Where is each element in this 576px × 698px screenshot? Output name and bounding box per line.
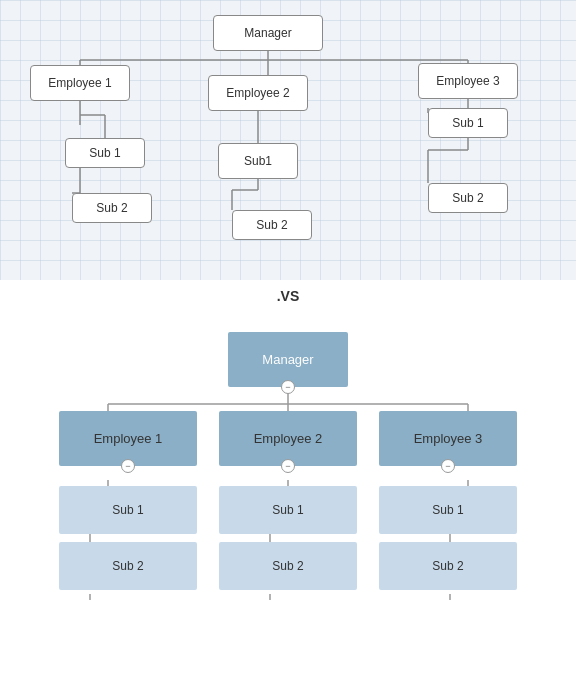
employee-1-subs: Sub 1 Sub 2 bbox=[59, 486, 197, 590]
top-e2-sub2: Sub 2 bbox=[232, 210, 312, 240]
manager-row: Manager − bbox=[0, 332, 576, 387]
employee-col-2: Employee 2 − Sub 1 Sub 2 bbox=[208, 411, 368, 590]
bottom-e2-sub1: Sub 1 bbox=[219, 486, 357, 534]
bottom-manager: Manager − bbox=[228, 332, 348, 387]
employee-2-subs: Sub 1 Sub 2 bbox=[219, 486, 357, 590]
bottom-employee-1: Employee 1 − bbox=[59, 411, 197, 466]
top-e2-sub1: Sub1 bbox=[218, 143, 298, 179]
bottom-e1-sub2: Sub 2 bbox=[59, 542, 197, 590]
employee-1-collapse-icon[interactable]: − bbox=[121, 459, 135, 473]
bottom-employee-2: Employee 2 − bbox=[219, 411, 357, 466]
bottom-e1-sub1: Sub 1 bbox=[59, 486, 197, 534]
bottom-e3-sub2: Sub 2 bbox=[379, 542, 517, 590]
top-employee-3: Employee 3 bbox=[418, 63, 518, 99]
top-e1-sub1: Sub 1 bbox=[65, 138, 145, 168]
top-e3-sub2: Sub 2 bbox=[428, 183, 508, 213]
employee-3-subs: Sub 1 Sub 2 bbox=[379, 486, 517, 590]
top-employee-2: Employee 2 bbox=[208, 75, 308, 111]
top-e1-sub2: Sub 2 bbox=[72, 193, 152, 223]
employee-2-collapse-icon[interactable]: − bbox=[281, 459, 295, 473]
employee-col-1: Employee 1 − Sub 1 Sub 2 bbox=[48, 411, 208, 590]
employee-row: Employee 1 − Sub 1 Sub 2 Employee 2 − Su… bbox=[0, 411, 576, 590]
bottom-chart: Manager − Employee 1 − Sub 1 Sub 2 Em bbox=[0, 312, 576, 600]
bottom-e2-sub2: Sub 2 bbox=[219, 542, 357, 590]
manager-collapse-icon[interactable]: − bbox=[281, 380, 295, 394]
bottom-employee-3: Employee 3 − bbox=[379, 411, 517, 466]
bottom-e3-sub1: Sub 1 bbox=[379, 486, 517, 534]
top-manager: Manager bbox=[213, 15, 323, 51]
vs-label: .VS bbox=[0, 280, 576, 312]
top-chart: Manager Employee 1 Employee 2 Employee 3… bbox=[0, 0, 576, 280]
top-e3-sub1: Sub 1 bbox=[428, 108, 508, 138]
top-employee-1: Employee 1 bbox=[30, 65, 130, 101]
employee-col-3: Employee 3 − Sub 1 Sub 2 bbox=[368, 411, 528, 590]
employee-3-collapse-icon[interactable]: − bbox=[441, 459, 455, 473]
